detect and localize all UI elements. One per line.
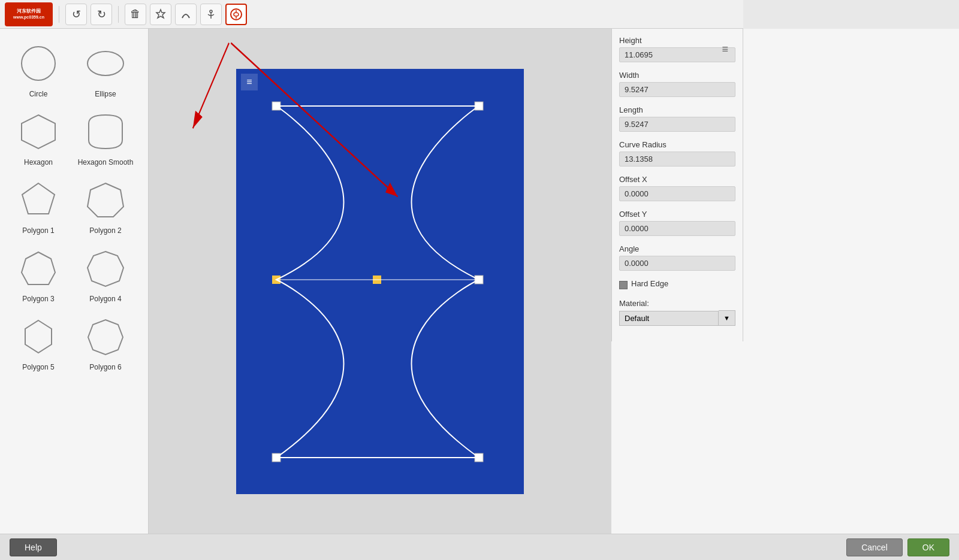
hard-edge-checkbox[interactable] <box>619 281 628 289</box>
hexagon-preview <box>14 108 62 156</box>
angle-row: Angle <box>619 244 735 271</box>
polygon6-label: Polygon 6 <box>89 363 121 371</box>
material-select: Default ▼ <box>619 310 735 326</box>
canvas-menu-button[interactable]: ≡ <box>241 74 258 90</box>
length-label: Length <box>619 105 735 114</box>
curve-radius-row: Curve Radius <box>619 140 735 167</box>
svg-point-6 <box>22 47 55 80</box>
polygon2-label: Polygon 2 <box>89 226 121 235</box>
shape-polygon5[interactable]: Polygon 5 <box>5 307 72 375</box>
shape-row-3: Polygon 1 Polygon 2 <box>5 170 143 238</box>
polygon3-label: Polygon 3 <box>22 295 54 303</box>
svg-marker-0 <box>156 10 165 18</box>
shape-polygon4[interactable]: Polygon 4 <box>72 238 139 307</box>
svg-marker-14 <box>88 320 123 355</box>
refresh1-button[interactable]: ↺ <box>65 4 87 25</box>
refresh2-button[interactable]: ↻ <box>91 4 112 25</box>
svg-point-7 <box>88 52 123 75</box>
canvas-container: ≡ <box>236 69 524 494</box>
hexagon-smooth-label: Hexagon Smooth <box>78 158 134 167</box>
cancel-button[interactable]: Cancel <box>846 538 903 556</box>
main-area: Circle Ellipse Hexagon <box>0 29 959 534</box>
angle-input[interactable] <box>619 256 735 271</box>
material-arrow[interactable]: ▼ <box>719 310 735 326</box>
offset-y-input[interactable] <box>619 221 735 236</box>
polygon3-preview <box>14 244 62 292</box>
svg-point-1 <box>210 10 212 13</box>
polygon5-preview <box>14 313 62 361</box>
material-label: Material: <box>619 299 735 308</box>
polygon1-label: Polygon 1 <box>22 226 54 235</box>
ellipse-preview <box>82 40 129 87</box>
shape-polygon1[interactable]: Polygon 1 <box>5 170 72 238</box>
svg-marker-12 <box>88 252 123 286</box>
shape-hexagon-smooth[interactable]: Hexagon Smooth <box>72 102 139 170</box>
circle-preview <box>14 40 62 87</box>
circle-label: Circle <box>29 90 48 98</box>
height-input[interactable] <box>619 47 735 62</box>
shape-polygon3[interactable]: Polygon 3 <box>5 238 72 307</box>
anchor-button[interactable] <box>200 4 222 25</box>
polygon1-preview <box>14 176 62 224</box>
logo: 河东软件园www.pc0359.cn <box>5 2 53 26</box>
length-row: Length <box>619 105 735 132</box>
left-curve <box>276 106 343 458</box>
help-button[interactable]: Help <box>10 538 57 556</box>
offset-y-label: Offset Y <box>619 210 735 219</box>
bottom-right-buttons: Cancel OK <box>846 538 949 556</box>
hard-edge-row: Hard Edge <box>619 279 735 290</box>
hard-edge-label: Hard Edge <box>631 279 668 288</box>
shape-circle[interactable]: Circle <box>5 34 72 102</box>
width-input[interactable] <box>619 82 735 97</box>
settings-button[interactable] <box>150 4 171 25</box>
svg-marker-8 <box>22 115 55 149</box>
props-menu-icon[interactable]: ≡ <box>722 43 728 56</box>
ellipse-label: Ellipse <box>95 90 116 98</box>
curve-button[interactable] <box>175 4 197 25</box>
svg-marker-10 <box>88 183 123 217</box>
offset-x-input[interactable] <box>619 186 735 201</box>
height-label: Height <box>619 36 735 45</box>
right-panel: ≡ Height Width Length Curve Radius <box>611 29 959 534</box>
curve-radius-label: Curve Radius <box>619 140 735 149</box>
bottom-bar: Help Cancel OK <box>0 534 959 560</box>
offset-y-row: Offset Y <box>619 210 735 236</box>
polygon4-label: Polygon 4 <box>89 295 121 303</box>
height-row: Height <box>619 36 735 62</box>
length-input[interactable] <box>619 117 735 132</box>
blue-canvas <box>236 69 524 494</box>
polygon2-preview <box>82 176 129 224</box>
shape-row-5: Polygon 5 Polygon 6 <box>5 307 143 375</box>
polygon6-preview <box>82 313 129 361</box>
width-row: Width <box>619 71 735 97</box>
shape-polygon6[interactable]: Polygon 6 <box>72 307 139 375</box>
material-value[interactable]: Default <box>619 311 719 326</box>
shape-row-1: Circle Ellipse <box>5 34 143 102</box>
material-row: Material: Default ▼ <box>619 299 735 326</box>
svg-marker-13 <box>25 320 52 353</box>
curve-radius-input[interactable] <box>619 152 735 167</box>
polygon4-preview <box>82 244 129 292</box>
toolbar-separator2 <box>118 6 119 23</box>
menu-icon: ≡ <box>246 77 252 87</box>
ok-button[interactable]: OK <box>907 538 949 556</box>
svg-marker-9 <box>22 183 55 214</box>
hexagon-smooth-preview <box>82 108 129 156</box>
properties-panel: ≡ Height Width Length Curve Radius <box>611 29 743 341</box>
shape-hexagon[interactable]: Hexagon <box>5 102 72 170</box>
toolbar-separator <box>59 6 59 23</box>
active-tool-button[interactable] <box>225 4 247 25</box>
delete-button[interactable]: 🗑 <box>125 4 146 25</box>
canvas-area[interactable]: ≡ <box>149 29 611 534</box>
shape-row-2: Hexagon Hexagon Smooth <box>5 102 143 170</box>
offset-x-label: Offset X <box>619 175 735 184</box>
shape-polygon2[interactable]: Polygon 2 <box>72 170 139 238</box>
offset-x-row: Offset X <box>619 175 735 201</box>
svg-marker-11 <box>22 252 55 284</box>
right-curve <box>412 106 479 458</box>
shapes-sidebar: Circle Ellipse Hexagon <box>0 29 149 534</box>
shape-row-4: Polygon 3 Polygon 4 <box>5 238 143 307</box>
hexagon-label: Hexagon <box>24 158 53 167</box>
polygon5-label: Polygon 5 <box>22 363 54 371</box>
shape-ellipse[interactable]: Ellipse <box>72 34 139 102</box>
